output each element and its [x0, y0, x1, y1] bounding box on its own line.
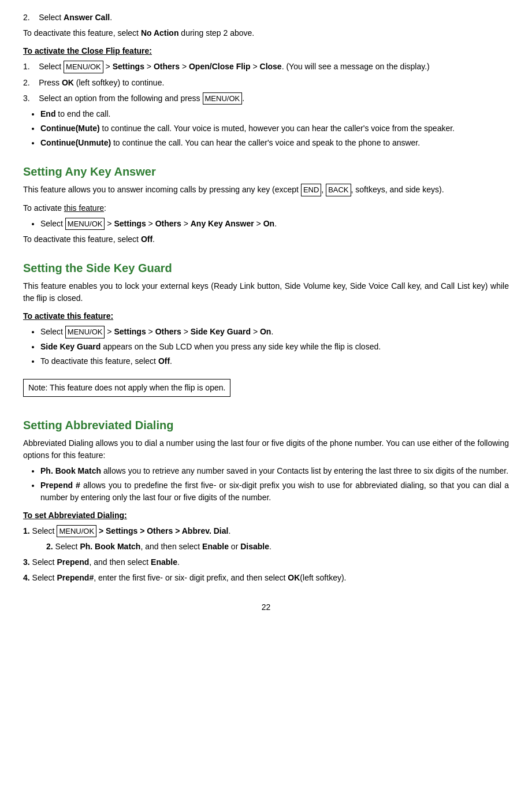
abbrev-step3: 3. Select Prepend, and then select Enabl…: [23, 556, 509, 568]
end-kbd: END: [301, 184, 321, 196]
side-key-bullet1: Select MENU/OK > Settings > Others > Sid…: [40, 326, 509, 338]
abbreviated-dialing-description: Abbreviated Dialing allows you to dial a…: [23, 437, 509, 462]
menu-ok-kbd-2: MENU/OK: [203, 92, 243, 105]
menu-ok-kbd-4: MENU/OK: [65, 326, 105, 338]
page-number: 22: [23, 601, 509, 613]
ph-book-match: Ph. Book Match allows you to retrieve an…: [40, 465, 509, 477]
back-kbd: BACK: [326, 184, 351, 196]
activate-side-key-heading: To activate this feature:: [23, 310, 509, 322]
side-key-bullet3: To deactivate this feature, select Off.: [40, 355, 509, 367]
option-continue-mute: Continue(Mute) to continue the call. You…: [40, 122, 509, 135]
side-key-guard-description: This feature enables you to lock your ex…: [23, 280, 509, 304]
side-key-guard-heading: Setting the Side Key Guard: [23, 259, 509, 277]
any-key-deactivate: To deactivate this feature, select Off.: [23, 233, 509, 245]
any-key-step1: Select MENU/OK > Settings > Others > Any…: [40, 218, 509, 230]
set-abbreviated-heading: To set Abbreviated Dialing:: [23, 509, 509, 522]
any-key-steps: Select MENU/OK > Settings > Others > Any…: [40, 218, 509, 230]
prepend-hash: Prepend # allows you to predefine the fi…: [40, 479, 509, 504]
option-end: End to end the call.: [40, 108, 509, 120]
any-key-answer-heading: Setting Any Key Answer: [23, 163, 509, 180]
step2-line: 2. Select Answer Call.: [23, 12, 509, 24]
side-key-bullets: Select MENU/OK > Settings > Others > Sid…: [40, 326, 509, 367]
abbrev-step1: 1. Select MENU/OK > Settings > Others > …: [23, 525, 509, 538]
abbrev-step2: 2. Select Ph. Book Match, and then selec…: [46, 541, 509, 553]
close-flip-step1: 1. Select MENU/OK > Settings > Others > …: [23, 61, 509, 73]
menu-ok-kbd-1: MENU/OK: [64, 61, 103, 73]
deactivate-note: To deactivate this feature, select No Ac…: [23, 27, 509, 39]
close-flip-step2: 2. Press OK (left softkey) to continue.: [23, 77, 509, 89]
any-key-answer-section: Setting Any Key Answer This feature allo…: [23, 163, 509, 245]
activate-close-flip-heading: To activate the Close Flip feature:: [23, 45, 509, 57]
page-content: 2. Select Answer Call. To deactivate thi…: [23, 12, 509, 613]
note-box: Note: This feature does not apply when t…: [23, 379, 230, 397]
any-key-answer-description: This feature allows you to answer incomi…: [23, 184, 509, 196]
side-key-guard-section: Setting the Side Key Guard This feature …: [23, 259, 509, 403]
side-key-bullet2: Side Key Guard appears on the Sub LCD wh…: [40, 341, 509, 353]
activate-any-key-label: To activate this feature:: [23, 202, 509, 214]
option-continue-unmute: Continue(Unmute) to continue the call. Y…: [40, 137, 509, 149]
menu-ok-kbd-3: MENU/OK: [65, 218, 105, 230]
abbreviated-dialing-heading: Setting Abbreviated Dialing: [23, 416, 509, 434]
close-flip-options: End to end the call. Continue(Mute) to c…: [40, 108, 509, 149]
close-flip-section: 2. Select Answer Call. To deactivate thi…: [23, 12, 509, 149]
abbreviated-dialing-section: Setting Abbreviated Dialing Abbreviated …: [23, 416, 509, 585]
note-text: Note: This feature does not apply when t…: [28, 383, 225, 392]
abbreviated-dialing-options: Ph. Book Match allows you to retrieve an…: [40, 465, 509, 504]
abbrev-step4: 4. Select Prepend#, enter the first five…: [23, 572, 509, 584]
menu-ok-kbd-5: MENU/OK: [57, 525, 96, 538]
close-flip-step3: 3. Select an option from the following a…: [23, 92, 509, 105]
